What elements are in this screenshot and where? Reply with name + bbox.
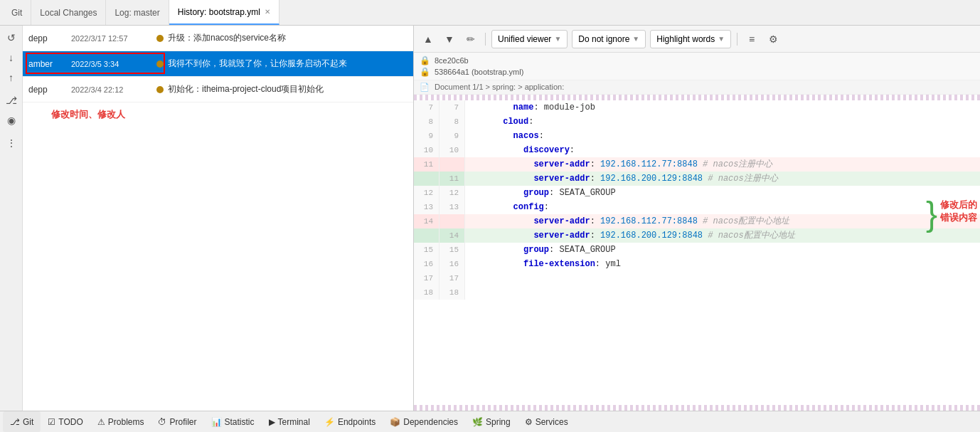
status-bar: ⎇ Git ☑ TODO ⚠ Problems ⏱ Profiler 📊 Sta… — [0, 411, 980, 432]
up-arrow-btn[interactable]: ▲ — [420, 31, 437, 48]
commit-row[interactable]: depp 2022/3/4 22:12 初始化：itheima-project-… — [23, 77, 413, 102]
diff-line: 8 8 cloud: — [414, 115, 980, 129]
close-icon[interactable]: ✕ — [265, 8, 270, 16]
commit-row[interactable]: depp 2022/3/17 12:57 升级：添加nacos的service名… — [23, 26, 413, 51]
branch-icon[interactable]: ⎇ — [2, 91, 21, 110]
commit-message: 升级：添加nacos的service名称 — [168, 32, 408, 44]
settings-extra-btn[interactable]: ≡ — [743, 31, 760, 48]
diff-panel: ▲ ▼ ✏ Unified viewer ▼ Do not ignore ▼ H… — [414, 26, 980, 411]
diff-line: 13 13 config: — [414, 200, 980, 214]
diff-area-wrapper: 7 7 name: module-job 8 8 cloud: 9 9 naco… — [414, 100, 980, 411]
lock-icon: 🔒 — [420, 67, 430, 77]
status-item-terminal[interactable]: ▶ Terminal — [262, 411, 317, 432]
todo-icon: ☑ — [48, 417, 55, 427]
annotation-right-line2: 错误内容 — [940, 211, 977, 224]
diff-line: 7 7 name: module-job — [414, 100, 980, 115]
separator — [485, 33, 486, 46]
refresh-icon[interactable]: ↺ — [2, 28, 21, 47]
status-item-dependencies[interactable]: 📦 Dependencies — [383, 411, 465, 432]
merge-icon[interactable]: ⋮ — [2, 134, 21, 152]
diff-line-added: 11 server-addr: 192.168.200.129:8848 # n… — [414, 172, 980, 186]
highlight-words-dropdown[interactable]: Highlight words ▼ — [650, 30, 731, 48]
commit-date: 2022/3/4 22:12 — [71, 85, 156, 94]
statistic-icon: 📊 — [211, 417, 222, 427]
problems-icon: ⚠ — [97, 417, 105, 427]
git-icon: ⎇ — [10, 417, 20, 427]
commit-date: 2022/3/17 12:57 — [71, 34, 156, 43]
tab-bar: Git Local Changes Log: master History: b… — [0, 0, 980, 26]
wavy-bottom-border — [414, 405, 980, 411]
diff-line: 17 17 — [414, 271, 980, 285]
profiler-icon: ⏱ — [158, 417, 166, 427]
unified-viewer-dropdown[interactable]: Unified viewer ▼ — [491, 30, 568, 48]
breadcrumb: 📄 Document 1/1 > spring: > application: — [414, 80, 980, 95]
push-icon[interactable]: ↑ — [2, 68, 21, 87]
status-item-endpoints[interactable]: ⚡ Endpoints — [317, 411, 383, 432]
status-item-problems[interactable]: ⚠ Problems — [90, 411, 151, 432]
diff-line-removed: 14 server-addr: 192.168.112.77:8848 # na… — [414, 214, 980, 228]
commit-panel: depp 2022/3/17 12:57 升级：添加nacos的service名… — [23, 26, 414, 411]
down-arrow-btn[interactable]: ▼ — [441, 31, 458, 48]
commit-dot — [156, 35, 164, 42]
diff-line-added: 14 server-addr: 192.168.200.129:8848 # n… — [414, 228, 980, 243]
commit-author: depp — [28, 85, 71, 95]
commit-date: 2022/3/5 3:34 — [71, 60, 156, 68]
eye-icon[interactable]: ◉ — [2, 111, 21, 130]
spring-icon: 🌿 — [472, 417, 483, 427]
chevron-down-icon: ▼ — [718, 35, 725, 43]
diff-line: 9 9 nacos: — [414, 129, 980, 143]
status-item-spring[interactable]: 🌿 Spring — [465, 411, 518, 432]
services-icon: ⚙ — [525, 417, 533, 427]
diff-line: 18 18 — [414, 285, 980, 300]
diff-toolbar: ▲ ▼ ✏ Unified viewer ▼ Do not ignore ▼ H… — [414, 26, 980, 53]
diff-line: 12 12 group: SEATA_GROUP — [414, 186, 980, 200]
diff-line: 15 15 group: SEATA_GROUP — [414, 243, 980, 257]
fetch-icon[interactable]: ↓ — [2, 48, 21, 67]
commit-message: 初始化：itheima-project-cloud项目初始化 — [168, 83, 408, 95]
terminal-icon: ▶ — [269, 417, 275, 427]
diff-line: 16 16 file-extension: yml — [414, 257, 980, 271]
diff-line: 10 10 discovery: — [414, 143, 980, 157]
sidebar: ↺ ↓ ↑ ⎇ ◉ ⋮ — [0, 26, 23, 411]
tab-local-changes[interactable]: Local Changes — [31, 0, 106, 25]
endpoints-icon: ⚡ — [324, 417, 335, 427]
lock-icon: 🔒 — [420, 56, 430, 65]
commit-dot — [156, 60, 164, 68]
commit-dot — [156, 86, 164, 93]
tab-log-master[interactable]: Log: master — [106, 0, 169, 25]
chevron-down-icon: ▼ — [554, 35, 561, 43]
dependencies-icon: 📦 — [390, 417, 400, 427]
commit-list: depp 2022/3/17 12:57 升级：添加nacos的service名… — [23, 26, 413, 411]
chevron-down-icon: ▼ — [632, 35, 639, 43]
edit-btn[interactable]: ✏ — [462, 31, 479, 48]
commit-author: depp — [28, 33, 71, 43]
main-content: ↺ ↓ ↑ ⎇ ◉ ⋮ depp 2022/3/17 12:57 升级：添加na… — [0, 26, 980, 411]
commit-row-selected[interactable]: amber 2022/3/5 3:34 我得不到你，我就毁了你，让你服务启动不起… — [23, 51, 413, 77]
hash2: 538664a1 (bootstrap.yml) — [435, 68, 523, 76]
status-item-services[interactable]: ⚙ Services — [518, 411, 575, 432]
annotation-left: 修改时间、修改人 — [51, 108, 413, 121]
status-item-todo[interactable]: ☑ TODO — [41, 411, 90, 432]
wavy-top-border — [414, 95, 980, 100]
status-item-profiler[interactable]: ⏱ Profiler — [151, 411, 203, 432]
do-not-ignore-dropdown[interactable]: Do not ignore ▼ — [572, 30, 646, 48]
diff-line-removed: 11 server-addr: 192.168.112.77:8848 # na… — [414, 157, 980, 172]
right-annotation: } 修改后的 错误内容 — [926, 193, 977, 236]
status-item-statistic[interactable]: 📊 Statistic — [204, 411, 262, 432]
tab-history[interactable]: History: bootstrap.yml ✕ — [169, 0, 279, 25]
diff-content[interactable]: 7 7 name: module-job 8 8 cloud: 9 9 naco… — [414, 100, 980, 405]
annotation-right-line1: 修改后的 — [940, 199, 977, 211]
separator — [737, 33, 737, 46]
gear-icon[interactable]: ⚙ — [765, 31, 782, 48]
diff-hash-area: 🔒 8ce20c6b 🔒 538664a1 (bootstrap.yml) — [414, 53, 980, 80]
status-item-git[interactable]: ⎇ Git — [3, 411, 41, 432]
brace-icon: } — [926, 193, 937, 236]
hash1: 8ce20c6b — [435, 56, 469, 65]
commit-author: amber — [28, 59, 71, 69]
tab-git[interactable]: Git — [3, 0, 31, 25]
commit-message: 我得不到你，我就毁了你，让你服务启动不起来 — [168, 58, 408, 70]
